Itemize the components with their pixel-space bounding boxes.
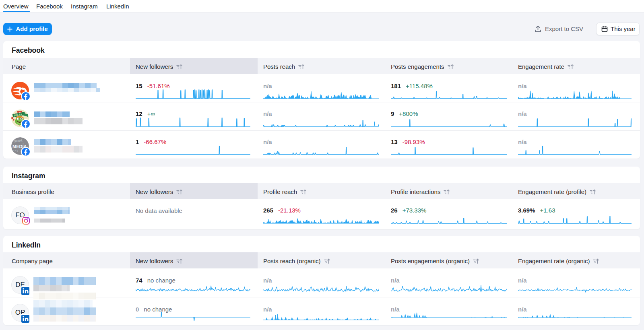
svg-text:t a g: t a g — [13, 149, 18, 152]
svg-text:is: is — [23, 142, 24, 145]
